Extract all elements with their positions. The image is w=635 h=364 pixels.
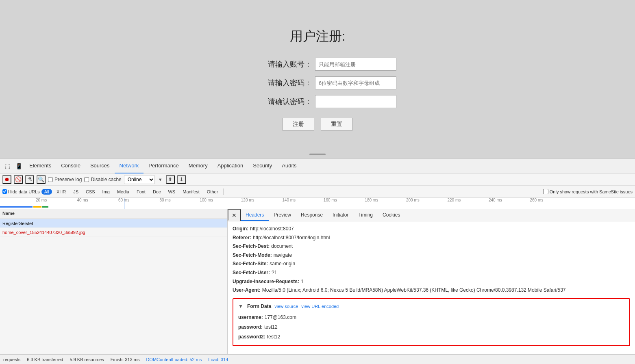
form-data-password-val: test12 xyxy=(264,323,278,332)
tab-sources[interactable]: Sources xyxy=(85,159,115,173)
password-row: 请输入密码： xyxy=(239,76,396,89)
form-data-password: password: test12 xyxy=(238,323,624,332)
reset-button[interactable]: 重置 xyxy=(321,118,352,131)
filter-other[interactable]: Other xyxy=(204,188,221,195)
tab-console[interactable]: Console xyxy=(56,159,85,173)
password-label: 请输入密码： xyxy=(239,78,312,88)
header-sec-dest-key: Sec-Fetch-Dest: xyxy=(233,242,270,251)
header-sec-dest: Sec-Fetch-Dest: document xyxy=(233,242,630,251)
detail-tab-preview[interactable]: Preview xyxy=(269,209,296,221)
requests-count: requests xyxy=(3,357,20,362)
detail-panel: ✕ Headers Preview Response Initiator Tim… xyxy=(228,209,635,354)
preserve-log-checkbox[interactable]: Preserve log xyxy=(48,177,82,182)
tick-120ms: 120 ms xyxy=(241,198,254,202)
tab-audits[interactable]: Audits xyxy=(277,159,301,173)
filter-xhr[interactable]: XHR xyxy=(54,188,69,195)
header-upgrade-val: 1 xyxy=(301,277,304,286)
record-icon[interactable]: ⏺ xyxy=(2,175,11,184)
confirm-input[interactable] xyxy=(315,95,396,108)
confirm-row: 请确认密码： xyxy=(239,95,396,108)
network-row-image-label: home_cover_1552414407320_3a5f92.jpg xyxy=(2,230,85,235)
header-sec-mode-key: Sec-Fetch-Mode: xyxy=(233,251,272,260)
preserve-log-input[interactable] xyxy=(48,177,53,182)
device-icon[interactable]: 📱 xyxy=(13,160,24,172)
hide-data-urls-checkbox[interactable]: All Hide data URLs xyxy=(2,189,40,194)
form-data-username-key: username: xyxy=(238,313,263,322)
filter-bar: All Hide data URLs All XHR JS CSS Img Me… xyxy=(0,186,635,198)
detail-tab-cookies[interactable]: Cookies xyxy=(378,209,405,221)
tab-application[interactable]: Application xyxy=(213,159,248,173)
network-list-body[interactable]: RegisterServlet home_cover_1552414407320… xyxy=(0,219,227,354)
filter-css[interactable]: CSS xyxy=(83,188,98,195)
tab-memory[interactable]: Memory xyxy=(184,159,213,173)
timeline-orange-bar xyxy=(33,206,41,208)
timeline-green-bar xyxy=(42,206,48,208)
search-icon[interactable]: 🔍 xyxy=(37,175,46,184)
drag-handle[interactable] xyxy=(309,154,326,155)
submit-button[interactable]: 注册 xyxy=(283,118,314,131)
disable-cache-label: Disable cache xyxy=(91,177,121,182)
view-url-encoded-link[interactable]: view URL encoded xyxy=(301,303,339,311)
dom-content-loaded: DOMContentLoaded: 52 ms xyxy=(146,357,202,362)
header-ua-val: Mozilla/5.0 (Linux; Android 6.0; Nexus 5… xyxy=(262,286,566,295)
tick-100ms: 100 ms xyxy=(200,198,213,202)
preserve-log-label: Preserve log xyxy=(54,177,82,182)
throttle-select[interactable]: Online Fast 3G Slow 3G Offline xyxy=(124,175,155,184)
header-ua-key: User-Agent: xyxy=(233,286,261,295)
network-row-image[interactable]: home_cover_1552414407320_3a5f92.jpg xyxy=(0,228,227,237)
filter-manifest[interactable]: Manifest xyxy=(180,188,202,195)
inspect-icon[interactable]: ⬚ xyxy=(2,160,13,172)
tab-network[interactable]: Network xyxy=(115,159,144,173)
header-sec-user-val: ?1 xyxy=(272,269,277,277)
devtools-panel: ⬚ 📱 Elements Console Sources Network Per… xyxy=(0,158,635,364)
network-content: Name RegisterServlet home_cover_15524144… xyxy=(0,209,635,354)
form-data-triangle: ▼ xyxy=(238,302,243,311)
export-icon[interactable]: ⬇ xyxy=(177,175,186,184)
tab-elements[interactable]: Elements xyxy=(24,159,56,173)
filter-icon[interactable]: ⚗ xyxy=(25,175,34,184)
tick-180ms: 180 ms xyxy=(365,198,378,202)
samesite-label: Only show requests with SameSite issues xyxy=(550,189,633,194)
filter-js[interactable]: JS xyxy=(70,188,81,195)
header-sec-mode: Sec-Fetch-Mode: navigate xyxy=(233,251,630,260)
filter-img[interactable]: Img xyxy=(100,188,113,195)
samesite-input[interactable] xyxy=(543,189,548,194)
network-toolbar: ⏺ 🚫 ⚗ 🔍 Preserve log Disable cache Onlin… xyxy=(0,173,635,186)
form-data-password2-key: password2: xyxy=(238,333,265,342)
disable-cache-checkbox[interactable]: Disable cache xyxy=(84,177,121,182)
filter-ws[interactable]: WS xyxy=(165,188,178,195)
form-data-password2: password2: test12 xyxy=(238,333,624,342)
detail-tab-initiator[interactable]: Initiator xyxy=(328,209,353,221)
samesite-checkbox[interactable]: Only show requests with SameSite issues xyxy=(543,189,633,194)
password-input[interactable] xyxy=(315,76,396,89)
tick-20ms: 20 ms xyxy=(36,198,47,202)
tab-security[interactable]: Security xyxy=(248,159,277,173)
account-label: 请输入账号： xyxy=(239,59,312,69)
hide-data-urls-input[interactable] xyxy=(2,189,7,194)
finish-time: Finish: 313 ms xyxy=(111,357,140,362)
browser-page: 用户注册: 请输入账号： 请输入密码： 请确认密码： 注册 重置 xyxy=(0,0,635,158)
detail-tab-response[interactable]: Response xyxy=(296,209,328,221)
filter-all[interactable]: All xyxy=(41,189,52,195)
form-data-password-key: password: xyxy=(238,323,263,332)
view-source-link[interactable]: view source xyxy=(274,303,298,311)
filter-font[interactable]: Font xyxy=(134,188,148,195)
detail-tab-bar: ✕ Headers Preview Response Initiator Tim… xyxy=(228,209,635,221)
network-list: Name RegisterServlet home_cover_15524144… xyxy=(0,209,228,354)
clear-icon[interactable]: 🚫 xyxy=(14,175,23,184)
header-sec-site-val: same-origin xyxy=(270,260,295,269)
tick-260ms: 260 ms xyxy=(530,198,543,202)
name-column-header: Name xyxy=(0,209,227,219)
tab-performance[interactable]: Performance xyxy=(144,159,183,173)
load-time: Load: 314 xyxy=(208,357,228,362)
filter-doc[interactable]: Doc xyxy=(150,188,164,195)
confirm-label: 请确认密码： xyxy=(239,97,312,106)
import-icon[interactable]: ⬆ xyxy=(166,175,175,184)
detail-close-btn[interactable]: ✕ xyxy=(228,209,241,221)
detail-tab-headers[interactable]: Headers xyxy=(241,209,269,221)
filter-media[interactable]: Media xyxy=(114,188,132,195)
network-row-register[interactable]: RegisterServlet xyxy=(0,219,227,228)
detail-tab-timing[interactable]: Timing xyxy=(353,209,378,221)
disable-cache-input[interactable] xyxy=(84,177,89,182)
account-input[interactable] xyxy=(315,58,396,71)
